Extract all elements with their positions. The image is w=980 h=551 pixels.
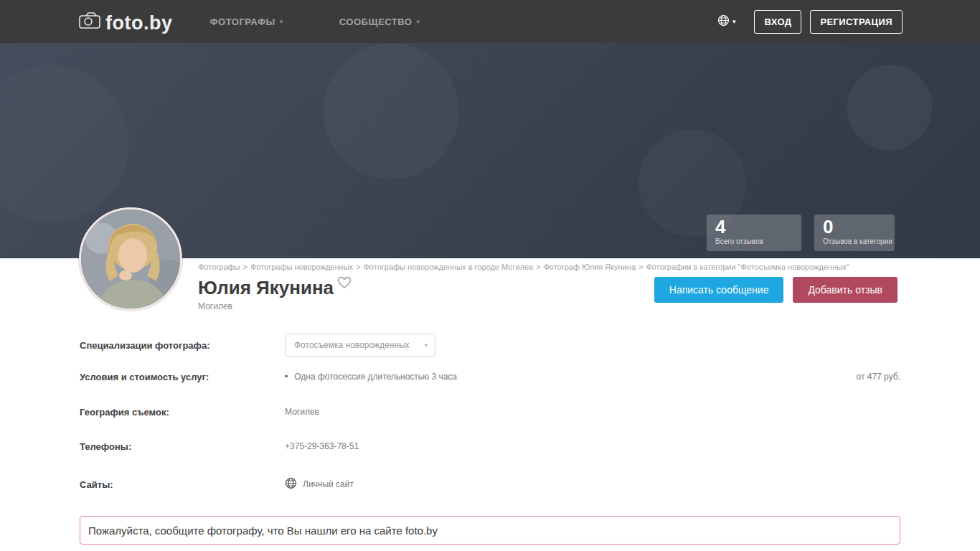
avatar bbox=[79, 207, 182, 311]
detail-row-specializations: Специализации фотографа: Фотосъемка ново… bbox=[80, 334, 900, 357]
chevron-down-icon: ▾ bbox=[280, 18, 283, 25]
profile-city: Могилев bbox=[198, 301, 232, 311]
chevron-down-icon: ▾ bbox=[424, 342, 428, 349]
breadcrumb: Фотографы>Фотографы новорожденных>Фотогр… bbox=[198, 263, 849, 271]
main-menu: ФОТОГРАФЫ ▾ СООБЩЕСТВО ▾ bbox=[209, 17, 420, 27]
breadcrumb-separator: > bbox=[536, 263, 540, 271]
notice-banner: Пожалуйста, сообщите фотографу, что Вы н… bbox=[80, 516, 900, 545]
detail-row-pricing: Условия и стоимость услуг: •Одна фотосес… bbox=[80, 369, 900, 384]
profile-header: Юлия Якунина bbox=[198, 278, 352, 298]
logo-text: foto.by bbox=[105, 14, 172, 32]
pricing-item: Одна фотосессия длительностью 3 часа bbox=[294, 372, 457, 382]
breadcrumb-separator: > bbox=[242, 263, 247, 271]
heart-icon[interactable] bbox=[337, 276, 352, 292]
stat-total-reviews: 4 Всего отзывов bbox=[707, 215, 801, 251]
camera-icon bbox=[79, 11, 100, 32]
phone-value: +375-29-363-78-51 bbox=[285, 441, 359, 451]
navbar: foto.by ФОТОГРАФЫ ▾ СООБЩЕСТВО ▾ ▾ ВХОД … bbox=[0, 0, 980, 43]
page-title: Юлия Якунина bbox=[198, 278, 334, 298]
stat-value: 4 bbox=[715, 217, 793, 237]
detail-row-geography: География съемок: Могилев bbox=[80, 405, 900, 419]
detail-label: Телефоны: bbox=[80, 441, 285, 452]
bullet-icon: • bbox=[285, 372, 288, 382]
login-button[interactable]: ВХОД bbox=[754, 10, 801, 34]
pricing-value: от 477 руб. bbox=[857, 372, 900, 382]
breadcrumb-link[interactable]: Фотографы новорожденных bbox=[250, 263, 353, 271]
profile-details: Специализации фотографа: Фотосъемка ново… bbox=[80, 334, 900, 516]
breadcrumb-separator: > bbox=[639, 263, 643, 271]
avatar-image bbox=[81, 209, 182, 311]
detail-row-sites: Сайты: Личный сайт bbox=[80, 475, 900, 494]
detail-label: Сайты: bbox=[80, 479, 285, 490]
detail-row-phones: Телефоны: +375-29-363-78-51 bbox=[80, 439, 900, 453]
menu-item-label: СООБЩЕСТВО bbox=[339, 17, 413, 27]
selected-option: Фотосъемка новорожденных bbox=[294, 340, 410, 350]
detail-label: Условия и стоимость услуг: bbox=[80, 372, 285, 382]
site-link-label: Личный сайт bbox=[303, 479, 354, 489]
globe-icon bbox=[285, 477, 297, 491]
profile-actions: Написать сообщение Добавить отзыв bbox=[654, 277, 897, 303]
add-review-button[interactable]: Добавить отзыв bbox=[793, 277, 897, 303]
breadcrumb-link[interactable]: Фотографии в категории "Фотосъемка новор… bbox=[646, 263, 849, 271]
geography-value: Могилев bbox=[285, 407, 319, 417]
stat-label: Отзывов в категории bbox=[823, 237, 886, 245]
menu-item-label: ФОТОГРАФЫ bbox=[209, 17, 275, 27]
breadcrumb-separator: > bbox=[356, 263, 360, 271]
register-button[interactable]: РЕГИСТРАЦИЯ bbox=[810, 10, 903, 34]
menu-item-photographers[interactable]: ФОТОГРАФЫ ▾ bbox=[209, 17, 283, 27]
chevron-down-icon: ▾ bbox=[416, 18, 420, 25]
breadcrumb-link[interactable]: Фотографы bbox=[198, 263, 240, 271]
detail-label: Специализации фотографа: bbox=[80, 340, 285, 351]
notice-text: Пожалуйста, сообщите фотографу, что Вы н… bbox=[88, 524, 438, 537]
globe-icon bbox=[717, 14, 730, 29]
detail-label: География съемок: bbox=[80, 407, 285, 418]
write-message-button[interactable]: Написать сообщение bbox=[654, 277, 784, 303]
specialization-select[interactable]: Фотосъемка новорожденных ▾ bbox=[285, 334, 435, 357]
breadcrumb-link[interactable]: Фотографы новорожденных в городе Могилев bbox=[363, 263, 533, 271]
stat-value: 0 bbox=[823, 217, 886, 237]
stat-category-reviews: 0 Отзывов в категории bbox=[814, 215, 895, 251]
personal-site-link[interactable]: Личный сайт bbox=[285, 477, 354, 491]
chevron-down-icon: ▾ bbox=[732, 18, 736, 25]
menu-item-community[interactable]: СООБЩЕСТВО ▾ bbox=[339, 17, 420, 27]
breadcrumb-link[interactable]: Фотограф Юлия Якунина bbox=[543, 263, 636, 271]
language-selector[interactable]: ▾ bbox=[717, 14, 736, 29]
navbar-right: ▾ ВХОД РЕГИСТРАЦИЯ bbox=[717, 10, 980, 34]
stat-label: Всего отзывов bbox=[715, 237, 793, 245]
logo[interactable]: foto.by bbox=[79, 11, 172, 32]
